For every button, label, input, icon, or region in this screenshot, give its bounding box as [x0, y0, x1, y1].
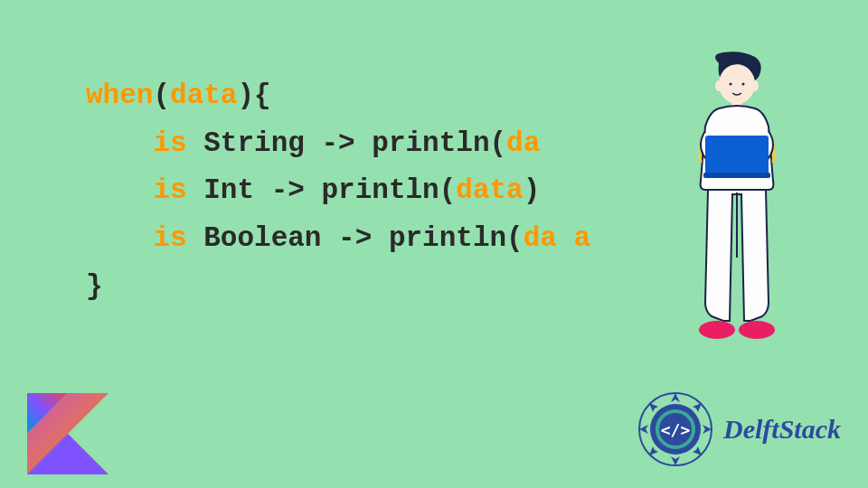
- code-text: String -> println(: [187, 127, 506, 159]
- kotlin-logo-icon: [27, 393, 108, 474]
- identifier-data: data: [170, 80, 237, 111]
- code-text: Boolean -> println(: [187, 222, 524, 254]
- svg-rect-9: [703, 173, 770, 178]
- person-illustration: [656, 50, 818, 384]
- svg-point-4: [751, 80, 759, 91]
- keyword-when: when: [86, 80, 153, 111]
- keyword-is: is: [153, 127, 186, 159]
- delftstack-brand: </> DelftStack: [635, 389, 841, 470]
- delftstack-text: DelftStack: [723, 414, 841, 445]
- code-snippet: when(data){ is String -> println(da is I…: [86, 72, 590, 310]
- brace-close: }: [86, 270, 103, 302]
- svg-text:</>: </>: [661, 420, 691, 439]
- svg-point-0: [719, 64, 755, 104]
- svg-point-1: [730, 83, 732, 86]
- paren-close: ): [524, 174, 541, 206]
- keyword-is: is: [153, 174, 186, 206]
- svg-point-3: [715, 80, 722, 91]
- code-line-3: is Int -> println(data): [86, 167, 590, 215]
- person-svg: [656, 50, 818, 384]
- kotlin-logo-svg: [27, 393, 108, 474]
- code-text: Int -> println(: [187, 174, 457, 206]
- svg-point-2: [742, 83, 745, 86]
- identifier-data: da: [506, 127, 540, 159]
- svg-point-11: [699, 321, 735, 339]
- keyword-is: is: [153, 222, 186, 254]
- paren-open: (: [153, 80, 170, 111]
- code-line-5: }: [86, 263, 590, 311]
- paren-brace: ){: [237, 80, 270, 111]
- code-line-4: is Boolean -> println(da a: [86, 215, 590, 263]
- identifier-data: data: [456, 174, 523, 206]
- identifier-data: da a: [524, 222, 590, 254]
- svg-point-12: [739, 321, 775, 339]
- code-line-1: when(data){: [86, 72, 590, 120]
- svg-rect-8: [705, 136, 769, 176]
- delftstack-logo-icon: </>: [635, 389, 716, 470]
- code-line-2: is String -> println(da: [86, 120, 590, 168]
